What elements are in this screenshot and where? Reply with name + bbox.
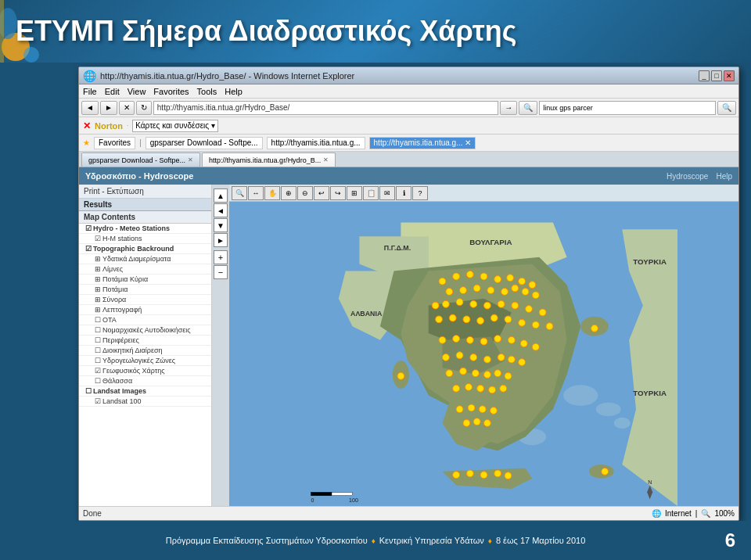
stop-button[interactable]: ✕: [119, 101, 135, 115]
layer-hydro[interactable]: ☑ Hydro - Meteo Stations: [79, 224, 211, 234]
layer-ydrogeologikes[interactable]: ☐ Υδρογεωλογικές Ζώνες: [79, 356, 211, 366]
map-toolbar: 🔍 ↔ ✋ ⊕ ⊖ ↩ ↪ ⊞ 📋 ✉ ℹ ?: [229, 185, 738, 202]
map-area[interactable]: ▲ ◄ ▼ ► + − 🔍 ↔ ✋ ⊕ ⊖ ↩ ↪ ⊞ 📋 ✉ ℹ ?: [212, 185, 738, 506]
svg-point-23: [487, 287, 494, 294]
tab-thyamis[interactable]: http://thyamis.itia.ntua.gr/Hydro_B... ✕: [202, 153, 336, 167]
content-area: Print - Εκτύπωση Results Map Contents ☑ …: [79, 185, 738, 506]
tab-gpsparser-close[interactable]: ✕: [188, 156, 193, 163]
tab-gpsparser[interactable]: gpsparser Download - Softpe... ✕: [81, 153, 200, 167]
layer-ota[interactable]: ☐ ΟΤΑ: [79, 315, 211, 325]
svg-point-52: [520, 340, 527, 347]
svg-text:0: 0: [311, 497, 314, 503]
nav-right[interactable]: ►: [214, 233, 228, 247]
back-button[interactable]: ◄: [81, 101, 99, 115]
layer-potamia[interactable]: ⊞ Ποτάμια: [79, 285, 211, 295]
svg-point-15: [480, 273, 487, 280]
tool-hand[interactable]: ✋: [264, 186, 280, 200]
svg-point-68: [465, 384, 473, 391]
tab-thyamis-label: http://thyamis.itia.ntua.gr/Hydro_B...: [209, 156, 321, 164]
menu-view[interactable]: View: [128, 87, 146, 96]
refresh-button[interactable]: ↻: [136, 101, 152, 115]
layer-topographic[interactable]: ☑ Topographic Backround: [79, 244, 211, 254]
print-button[interactable]: Print - Εκτύπωση: [79, 185, 211, 199]
menu-file[interactable]: File: [83, 87, 97, 96]
tool-print[interactable]: 📋: [363, 186, 379, 200]
tool-zoom-out[interactable]: ⊖: [297, 186, 313, 200]
menu-edit[interactable]: Edit: [105, 87, 120, 96]
svg-point-81: [480, 472, 487, 479]
tool-help[interactable]: ?: [412, 186, 428, 200]
layer-dioiketiki[interactable]: ☐ Διοικητική Διαίρεση: [79, 346, 211, 356]
status-right: 🌐 Internet | 🔍 100%: [652, 509, 735, 518]
svg-point-74: [479, 406, 486, 413]
svg-point-14: [466, 271, 473, 278]
tool-info[interactable]: ℹ: [396, 186, 411, 200]
svg-point-42: [505, 316, 512, 323]
svg-point-44: [532, 321, 539, 328]
page-number: 6: [725, 529, 735, 551]
hydroscope-link-help[interactable]: Help: [716, 172, 732, 181]
status-divider: |: [695, 509, 698, 518]
tab-gpsparser-label: gpsparser Download - Softpe...: [88, 156, 185, 164]
nav-left[interactable]: ◄: [214, 203, 228, 217]
svg-point-31: [470, 300, 477, 307]
search-box[interactable]: linux gps parcer: [539, 101, 716, 115]
layer-ydatika[interactable]: ⊞ Υδατικά Διαμερίσματα: [79, 254, 211, 264]
svg-point-67: [453, 385, 460, 392]
favorites-button[interactable]: Favorites: [94, 137, 135, 149]
close-button[interactable]: ✕: [724, 70, 735, 81]
tool-pan[interactable]: ↔: [248, 186, 264, 200]
go-button[interactable]: →: [500, 101, 517, 115]
layer-synora[interactable]: ⊞ Σύνορα: [79, 295, 211, 305]
menu-favorites[interactable]: Favorites: [153, 87, 189, 96]
fav-gpsparser[interactable]: gpsparser Download - Softpe...: [146, 137, 263, 149]
fav-thyamis-2[interactable]: http://thyamis.itia.ntua.g... ✕: [369, 137, 476, 149]
layer-perifereies[interactable]: ☐ Περιφέρειες: [79, 336, 211, 346]
svg-point-33: [498, 300, 505, 307]
maximize-button[interactable]: □: [711, 70, 722, 81]
forward-button[interactable]: ►: [100, 101, 117, 115]
menu-tools[interactable]: Tools: [197, 87, 217, 96]
tool-forward[interactable]: ↪: [330, 186, 346, 200]
nav-zoom-in[interactable]: +: [214, 250, 228, 264]
address-bar[interactable]: http://thyamis.itia.ntua.gr/Hydro_Base/: [153, 101, 498, 115]
search-button[interactable]: 🔍: [519, 101, 537, 115]
layer-geofysikos[interactable]: ☑ Γεωφυσικός Χάρτης: [79, 366, 211, 376]
label-bulgaria: ΒΟΥΛΓΑΡΙΑ: [469, 238, 512, 246]
layer-hm-stations[interactable]: ☑ H-M stations: [79, 234, 211, 244]
tool-full-extent[interactable]: ⊞: [347, 186, 362, 200]
nav-zoom-out[interactable]: −: [214, 265, 228, 279]
norton-dropdown[interactable]: Κάρτες και συνδέσεις ▾: [132, 120, 218, 132]
svg-point-17: [507, 275, 514, 282]
menu-help[interactable]: Help: [225, 87, 243, 96]
svg-point-47: [453, 336, 460, 343]
tool-email[interactable]: ✉: [379, 186, 395, 200]
layer-landsat[interactable]: ☐ Landsat Images: [79, 386, 211, 397]
footer-text1: Πρόγραμμα Εκπαίδευσης Συστημάτων Υδροσκο…: [166, 536, 368, 545]
svg-point-18: [519, 278, 526, 285]
fav-thyamis-1[interactable]: http://thyamis.itia.ntua.g...: [267, 137, 365, 149]
tool-back[interactable]: ↩: [314, 186, 329, 200]
svg-point-57: [484, 356, 491, 363]
svg-point-43: [519, 319, 526, 326]
tool-zoom-rect[interactable]: 🔍: [232, 186, 247, 200]
search-go-button[interactable]: 🔍: [717, 101, 736, 115]
browser-window: 🌐 http://thyamis.itia.ntua.gr/Hydro_Base…: [78, 66, 739, 521]
svg-point-21: [460, 287, 467, 294]
layer-limnes[interactable]: ⊞ Λίμνες: [79, 264, 211, 275]
minimize-button[interactable]: _: [699, 70, 710, 81]
layer-thalassa[interactable]: ☐ Θάλασσα: [79, 376, 211, 386]
svg-point-39: [463, 316, 470, 323]
hydroscope-title: Υδροσκόπιο - Hydroscope: [85, 171, 193, 181]
layer-potamia-kyria[interactable]: ⊞ Ποτάμια Κύρια: [79, 275, 211, 285]
layer-nomarxiakes[interactable]: ☐ Νομαρχιακές Αυτοδιοικήσεις: [79, 325, 211, 336]
layer-leptografia[interactable]: ⊞ Λεπτογραφή: [79, 305, 211, 315]
svg-point-16: [494, 276, 501, 283]
tab-thyamis-close[interactable]: ✕: [323, 156, 329, 163]
nav-up[interactable]: ▲: [214, 188, 228, 203]
tool-zoom-in[interactable]: ⊕: [281, 186, 296, 200]
nav-down[interactable]: ▼: [214, 218, 228, 232]
status-zone: Internet: [665, 509, 692, 518]
hydroscope-link-main[interactable]: Hydroscope: [667, 172, 708, 181]
layer-landsat100[interactable]: ☑ Landsat 100: [79, 397, 211, 407]
